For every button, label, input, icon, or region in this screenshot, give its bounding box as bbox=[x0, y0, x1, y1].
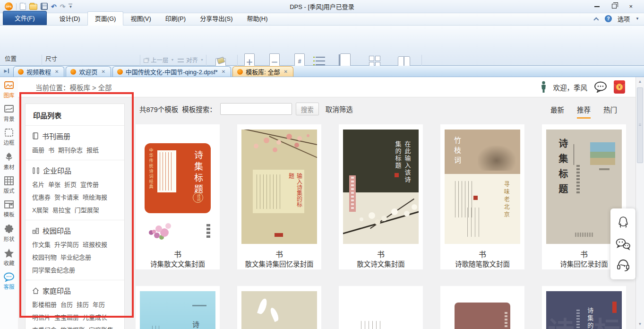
sidebar-item-service[interactable]: 客服 bbox=[3, 272, 15, 290]
message-bubble-icon[interactable] bbox=[594, 81, 607, 93]
collapse-ribbon-icon[interactable] bbox=[593, 17, 599, 22]
category-link[interactable]: 恋爱纪念 bbox=[32, 325, 57, 329]
close-icon[interactable]: × bbox=[629, 3, 633, 10]
template-cover[interactable]: 诗集名 bbox=[140, 291, 215, 329]
cover-title: 诗集的标 bbox=[585, 307, 594, 329]
sidebar-label: 客服 bbox=[4, 283, 15, 290]
menu-tab-view[interactable]: 视图(V) bbox=[123, 12, 158, 25]
template-card[interactable]: 诗 bbox=[237, 286, 321, 329]
scroll-down-icon[interactable]: ▼ bbox=[636, 320, 644, 328]
template-cover[interactable] bbox=[445, 291, 520, 329]
close-tab-icon[interactable]: ✕ bbox=[100, 69, 106, 75]
category-link[interactable]: 家庭影集 bbox=[89, 325, 113, 329]
template-card[interactable]: 中华传统诗词经典 诗集标题 诗词 书 诗集散文文集封面 bbox=[136, 124, 220, 269]
new-document-icon[interactable] bbox=[20, 3, 26, 10]
doc-tab-video-tutorial[interactable]: 视频教程 ✕ bbox=[13, 66, 64, 77]
welcome-text: 欢迎，季风 bbox=[553, 82, 588, 92]
border-icon bbox=[4, 128, 14, 138]
restore-icon[interactable] bbox=[612, 4, 617, 9]
template-cover[interactable]: 诗集标题 bbox=[343, 291, 419, 329]
menu-tab-file[interactable]: 文件(F) bbox=[3, 11, 47, 25]
shape-icon bbox=[4, 224, 14, 234]
menu-tab-design[interactable]: 设计(D) bbox=[52, 12, 87, 25]
template-card[interactable]: 诗集名 bbox=[136, 286, 220, 329]
template-search-input[interactable] bbox=[220, 103, 292, 115]
template-cover[interactable]: 在此输入该诗集的标题 bbox=[343, 130, 419, 244]
minimize-icon[interactable] bbox=[594, 3, 600, 7]
template-card[interactable]: 诗 标 诗集的标 bbox=[542, 286, 626, 329]
dps-doc-icon bbox=[18, 69, 24, 75]
template-card[interactable]: 在此输入该诗集的标题 书 散文诗文集封面 bbox=[339, 124, 423, 269]
template-name[interactable]: 散文诗文集封面 bbox=[339, 259, 423, 268]
undo-icon[interactable]: ↶ bbox=[51, 3, 57, 10]
align-label: 对齐 bbox=[186, 55, 198, 64]
sidebar-item-template[interactable]: 模板 bbox=[4, 200, 15, 218]
cover-art bbox=[157, 150, 176, 193]
menu-tab-help[interactable]: 帮助(H) bbox=[240, 12, 275, 25]
qat-more-icon[interactable]: ▼ bbox=[69, 4, 72, 9]
cover-art bbox=[575, 233, 594, 237]
sidebar-item-gallery[interactable]: 图库 bbox=[4, 81, 15, 99]
sidebar-item-material[interactable]: 素材 bbox=[4, 152, 15, 171]
template-card[interactable]: 输入诗集的标题 书 散文集诗集回忆录封面 bbox=[237, 124, 321, 269]
template-card[interactable] bbox=[440, 286, 524, 329]
template-cover[interactable]: 诗 标 诗集的标 bbox=[546, 291, 622, 329]
template-cover[interactable]: 输入诗集的标题 bbox=[241, 130, 317, 244]
sort-tab-recommended[interactable]: 推荐 bbox=[577, 104, 591, 119]
template-name[interactable]: 诗集散文文集封面 bbox=[136, 259, 220, 268]
doc-tab-welcome[interactable]: 欢迎页 ✕ bbox=[66, 66, 111, 77]
sidebar-item-background[interactable]: 背景 bbox=[4, 104, 15, 122]
qq-icon[interactable] bbox=[616, 216, 630, 231]
scroll-up-icon[interactable]: ▲ bbox=[636, 78, 644, 86]
align-button[interactable]: 对齐 ▼ bbox=[178, 55, 204, 64]
sort-tab-hot[interactable]: 热门 bbox=[603, 104, 617, 119]
open-folder-icon[interactable] bbox=[29, 4, 37, 10]
sidebar-item-shape[interactable]: 形状 bbox=[4, 224, 15, 242]
left-sidebar: 图库 背景 边框 素材 版式 模板 形状 收藏 bbox=[0, 77, 18, 329]
vertical-scrollbar[interactable]: ▲ ▼ bbox=[635, 77, 644, 329]
menu-tab-page[interactable]: 页面(G) bbox=[87, 11, 124, 26]
red-packet-icon[interactable]: ¥ bbox=[614, 80, 625, 94]
search-label: 模板搜索： bbox=[182, 104, 216, 114]
panel-expander-button[interactable]: ▶ bbox=[0, 65, 13, 77]
cancel-filter-button[interactable]: 取消筛选 bbox=[326, 104, 353, 114]
sidebar-item-layout[interactable]: 版式 bbox=[4, 176, 15, 194]
sidebar-item-favorites[interactable]: 收藏 bbox=[4, 248, 15, 267]
close-tab-icon[interactable]: ✕ bbox=[221, 69, 226, 75]
doc-tab-document[interactable]: 中国传统文化-中国节-qing-2.dpsf* ✕ bbox=[112, 66, 231, 77]
bring-forward-button[interactable]: 上一层 ▼ bbox=[144, 55, 174, 64]
avatar[interactable] bbox=[541, 81, 547, 93]
cover-title: 在此输入该诗集的标题 bbox=[393, 141, 412, 187]
redo-icon[interactable]: ↷ bbox=[60, 3, 66, 10]
menu-tab-print[interactable]: 印刷(P) bbox=[158, 12, 193, 25]
sidebar-item-border[interactable]: 边框 bbox=[4, 128, 15, 146]
template-name[interactable]: 诗歌随笔散文封面 bbox=[440, 259, 524, 268]
breadcrumb: 当前位置：模板库 > 全部 bbox=[18, 82, 112, 92]
sidebar-label: 边框 bbox=[4, 139, 15, 146]
close-tab-icon[interactable]: ✕ bbox=[283, 69, 288, 75]
template-cover[interactable]: 诗 bbox=[241, 291, 317, 329]
template-card[interactable]: 竹枝词 寻味老北京 书 诗歌随笔散文封面 bbox=[440, 124, 524, 269]
template-name[interactable]: 散文集诗集回忆录封面 bbox=[237, 259, 321, 268]
cover-art bbox=[612, 302, 617, 313]
help-icon[interactable]: ? bbox=[605, 15, 612, 22]
save-icon[interactable] bbox=[41, 3, 48, 10]
close-tab-icon[interactable]: ✕ bbox=[54, 69, 60, 75]
sort-tab-newest[interactable]: 最新 bbox=[550, 104, 564, 119]
doc-tab-template-library[interactable]: 模板库: 全部 ✕ bbox=[232, 66, 293, 77]
cover-art bbox=[505, 312, 507, 328]
headset-icon[interactable] bbox=[616, 258, 631, 272]
options-button[interactable]: 选项 bbox=[618, 14, 630, 23]
category-link[interactable]: 旅游摄影 bbox=[60, 325, 85, 329]
template-cover[interactable]: 竹枝词 寻味老北京 bbox=[445, 130, 520, 244]
template-card[interactable]: 诗集标题 bbox=[339, 286, 423, 329]
cover-art bbox=[269, 307, 280, 322]
dps-doc-icon bbox=[117, 69, 123, 75]
annotation-highlight bbox=[19, 92, 134, 318]
wechat-icon[interactable] bbox=[615, 238, 631, 251]
template-cover[interactable]: 中华传统诗词经典 诗集标题 诗词 bbox=[140, 130, 215, 244]
scrollbar-thumb[interactable] bbox=[637, 87, 643, 163]
menu-tab-share-export[interactable]: 分享导出(S) bbox=[193, 12, 240, 25]
search-button[interactable]: 搜索 bbox=[296, 103, 319, 115]
sidebar-label: 素材 bbox=[4, 163, 15, 171]
